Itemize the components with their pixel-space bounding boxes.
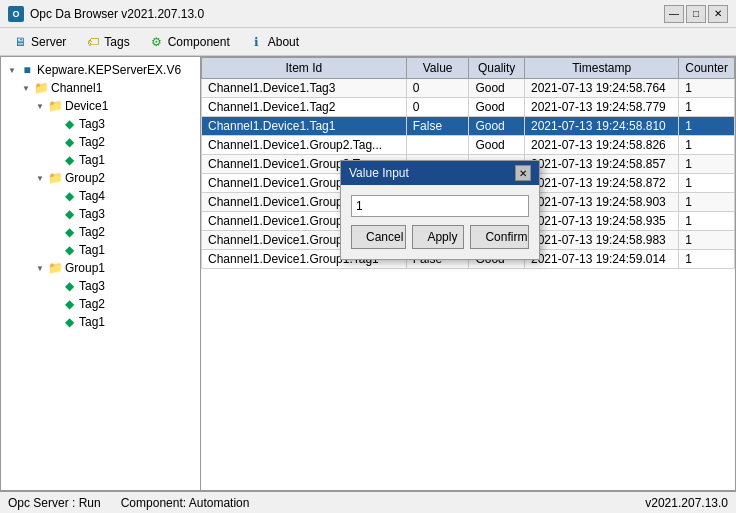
menu-tags-label: Tags — [104, 35, 129, 49]
tag-icon-tag3b: ◆ — [61, 206, 77, 222]
data-panel: Item Id Value Quality Timestamp Counter … — [201, 57, 735, 490]
col-header-timestamp: Timestamp — [524, 58, 678, 79]
tree-node-tag2a[interactable]: ◆ Tag2 — [1, 133, 200, 151]
expand-group2[interactable]: ▼ — [33, 171, 47, 185]
dialog-title: Value Input — [349, 166, 409, 180]
tag-icon-tag2b: ◆ — [61, 224, 77, 240]
tree-label-tag4b: Tag4 — [77, 189, 105, 203]
folder-icon-channel1: 📁 — [33, 80, 49, 96]
server-icon: 🖥 — [13, 35, 27, 49]
tree-node-tag1c[interactable]: ◆ Tag1 — [1, 313, 200, 331]
component-icon: ⚙ — [150, 35, 164, 49]
table-row[interactable]: Channel1.Device1.Group2.Tag...Good2021-0… — [202, 136, 735, 155]
cancel-button[interactable]: Cancel — [351, 225, 406, 249]
apply-button[interactable]: Apply — [412, 225, 464, 249]
tree-panel[interactable]: ▼ ■ Kepware.KEPServerEX.V6 ▼ 📁 Channel1 … — [1, 57, 201, 490]
tree-label-tag3a: Tag3 — [77, 117, 105, 131]
tags-icon: 🏷 — [86, 35, 100, 49]
tree-node-device1[interactable]: ▼ 📁 Device1 — [1, 97, 200, 115]
folder-icon-group2: 📁 — [47, 170, 63, 186]
status-bar: Opc Server : Run Component: Automation v… — [0, 491, 736, 513]
tree-label-tag2b: Tag2 — [77, 225, 105, 239]
dialog-body: Cancel Apply Confirm — [341, 185, 539, 259]
table-row[interactable]: Channel1.Device1.Tag30Good2021-07-13 19:… — [202, 79, 735, 98]
folder-icon-device1: 📁 — [47, 98, 63, 114]
menu-bar: 🖥 Server 🏷 Tags ⚙ Component ℹ About — [0, 28, 736, 56]
tree-node-channel1[interactable]: ▼ 📁 Channel1 — [1, 79, 200, 97]
tag-icon-tag3a: ◆ — [61, 116, 77, 132]
tree-label-root: Kepware.KEPServerEX.V6 — [35, 63, 181, 77]
tree-node-tag2b[interactable]: ◆ Tag2 — [1, 223, 200, 241]
tree-node-tag3b[interactable]: ◆ Tag3 — [1, 205, 200, 223]
tree-node-root[interactable]: ▼ ■ Kepware.KEPServerEX.V6 — [1, 61, 200, 79]
tag-icon-tag3c: ◆ — [61, 278, 77, 294]
menu-component-label: Component — [168, 35, 230, 49]
menu-server-label: Server — [31, 35, 66, 49]
tree-node-group1[interactable]: ▼ 📁 Group1 — [1, 259, 200, 277]
menu-tags[interactable]: 🏷 Tags — [77, 31, 138, 53]
tree-label-tag1a: Tag1 — [77, 153, 105, 167]
menu-about[interactable]: ℹ About — [241, 31, 308, 53]
version-status: v2021.207.13.0 — [645, 496, 728, 510]
close-button[interactable]: ✕ — [708, 5, 728, 23]
main-content: ▼ ■ Kepware.KEPServerEX.V6 ▼ 📁 Channel1 … — [0, 56, 736, 491]
tree-node-tag3a[interactable]: ◆ Tag3 — [1, 115, 200, 133]
dialog-buttons: Cancel Apply Confirm — [351, 225, 529, 249]
tree-node-tag1b[interactable]: ◆ Tag1 — [1, 241, 200, 259]
tree-label-group1: Group1 — [63, 261, 105, 275]
col-header-value: Value — [406, 58, 469, 79]
tree-node-tag4b[interactable]: ◆ Tag4 — [1, 187, 200, 205]
value-input-field[interactable] — [351, 195, 529, 217]
tree-node-group2[interactable]: ▼ 📁 Group2 — [1, 169, 200, 187]
tree-label-channel1: Channel1 — [49, 81, 102, 95]
tag-icon-tag1b: ◆ — [61, 242, 77, 258]
tree-label-tag1b: Tag1 — [77, 243, 105, 257]
tag-icon-tag2a: ◆ — [61, 134, 77, 150]
col-header-quality: Quality — [469, 58, 525, 79]
tree-label-tag3c: Tag3 — [77, 279, 105, 293]
table-row[interactable]: Channel1.Device1.Tag1FalseGood2021-07-13… — [202, 117, 735, 136]
expand-channel1[interactable]: ▼ — [19, 81, 33, 95]
title-bar-left: O Opc Da Browser v2021.207.13.0 — [8, 6, 204, 22]
table-row[interactable]: Channel1.Device1.Tag20Good2021-07-13 19:… — [202, 98, 735, 117]
value-input-dialog: Value Input ✕ Cancel Apply Confirm — [340, 160, 540, 260]
tree-node-tag2c[interactable]: ◆ Tag2 — [1, 295, 200, 313]
dialog-titlebar: Value Input ✕ — [341, 161, 539, 185]
tag-icon-tag1c: ◆ — [61, 314, 77, 330]
minimize-button[interactable]: — — [664, 5, 684, 23]
tag-icon-tag4b: ◆ — [61, 188, 77, 204]
tree-label-tag2a: Tag2 — [77, 135, 105, 149]
confirm-button[interactable]: Confirm — [470, 225, 529, 249]
tree-label-device1: Device1 — [63, 99, 108, 113]
app-icon: O — [8, 6, 24, 22]
server-tree-icon: ■ — [19, 62, 35, 78]
expand-device1[interactable]: ▼ — [33, 99, 47, 113]
tree-label-group2: Group2 — [63, 171, 105, 185]
menu-component[interactable]: ⚙ Component — [141, 31, 239, 53]
tree-label-tag2c: Tag2 — [77, 297, 105, 311]
server-status: Opc Server : Run — [8, 496, 101, 510]
col-header-counter: Counter — [679, 58, 735, 79]
expand-tag3a — [47, 117, 61, 131]
maximize-button[interactable]: □ — [686, 5, 706, 23]
tree-node-tag3c[interactable]: ◆ Tag3 — [1, 277, 200, 295]
folder-icon-group1: 📁 — [47, 260, 63, 276]
menu-about-label: About — [268, 35, 299, 49]
about-icon: ℹ — [250, 35, 264, 49]
window-controls[interactable]: — □ ✕ — [664, 5, 728, 23]
dialog-close-button[interactable]: ✕ — [515, 165, 531, 181]
expand-root[interactable]: ▼ — [5, 63, 19, 77]
tree-label-tag1c: Tag1 — [77, 315, 105, 329]
window-title: Opc Da Browser v2021.207.13.0 — [30, 7, 204, 21]
tree-label-tag3b: Tag3 — [77, 207, 105, 221]
status-left: Opc Server : Run Component: Automation — [8, 496, 249, 510]
expand-group1[interactable]: ▼ — [33, 261, 47, 275]
col-header-item-id: Item Id — [202, 58, 407, 79]
tag-icon-tag1a: ◆ — [61, 152, 77, 168]
tree-node-tag1a[interactable]: ◆ Tag1 — [1, 151, 200, 169]
title-bar: O Opc Da Browser v2021.207.13.0 — □ ✕ — [0, 0, 736, 28]
tag-icon-tag2c: ◆ — [61, 296, 77, 312]
component-status: Component: Automation — [121, 496, 250, 510]
menu-server[interactable]: 🖥 Server — [4, 31, 75, 53]
